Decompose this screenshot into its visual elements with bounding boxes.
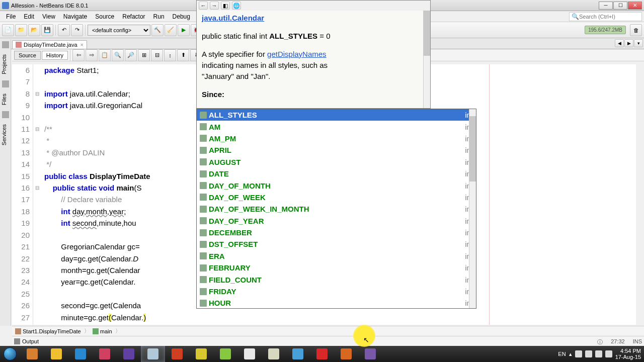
- fold-gutter[interactable]: ⊟⊟⊟: [33, 64, 41, 325]
- taskbar-app[interactable]: [165, 346, 189, 362]
- completion-item[interactable]: HOURint: [197, 297, 476, 309]
- ed-btn[interactable]: 🔍: [112, 49, 124, 61]
- taskbar-app[interactable]: [20, 346, 44, 362]
- minimize-button[interactable]: ─: [599, 2, 613, 10]
- menu-run[interactable]: Run: [149, 12, 169, 21]
- taskbar-app[interactable]: [141, 346, 165, 362]
- ed-btn[interactable]: ⬆: [177, 49, 189, 61]
- maximize-button[interactable]: ☐: [613, 2, 627, 10]
- menu-edit[interactable]: Edit: [20, 12, 38, 21]
- taskbar-app[interactable]: [286, 346, 310, 362]
- new-project-button[interactable]: 📁: [15, 24, 27, 36]
- source-view-button[interactable]: Source: [14, 51, 41, 60]
- file-tab[interactable]: DisplayTimeDate.java ×: [12, 40, 87, 49]
- completion-item[interactable]: AM_PMint: [197, 133, 476, 144]
- tray-icon[interactable]: [585, 350, 592, 357]
- close-button[interactable]: ✕: [628, 2, 642, 10]
- redo-button[interactable]: ↷: [71, 24, 83, 36]
- completion-item[interactable]: DATEint: [197, 168, 476, 179]
- open-button[interactable]: 📂: [28, 24, 40, 36]
- taskbar-app[interactable]: [189, 346, 213, 362]
- jd-back-button[interactable]: ←: [199, 2, 208, 10]
- menu-source[interactable]: Source: [91, 12, 118, 21]
- menu-debug[interactable]: Debug: [169, 12, 194, 21]
- code-completion-popup[interactable]: ALL_STYLESintAMintAM_PMintAPRILintAUGUST…: [196, 109, 476, 309]
- completion-item[interactable]: ERAint: [197, 250, 476, 262]
- menu-file[interactable]: File: [2, 12, 20, 21]
- tab-prev-button[interactable]: ◀: [615, 39, 624, 47]
- completion-item[interactable]: FEBRUARYint: [197, 262, 476, 274]
- completion-item[interactable]: ALL_STYLESint: [197, 109, 476, 121]
- tray-up-icon[interactable]: ▴: [569, 351, 572, 357]
- ed-btn[interactable]: ⊟: [151, 49, 163, 61]
- output-panel-header[interactable]: Output: [12, 336, 644, 346]
- taskbar-app[interactable]: [310, 346, 334, 362]
- build-button[interactable]: 🔨: [151, 24, 164, 36]
- completion-item[interactable]: DECEMBERint: [197, 227, 476, 238]
- ed-btn[interactable]: ⇨: [86, 49, 98, 61]
- javadoc-class-link[interactable]: java.util.Calendar: [202, 14, 264, 22]
- side-icon[interactable]: [2, 80, 9, 87]
- ed-btn[interactable]: 🔎: [125, 49, 137, 61]
- taskbar-app[interactable]: [93, 346, 117, 362]
- tab-close-icon[interactable]: ×: [80, 42, 84, 48]
- completion-scrollbar[interactable]: [469, 109, 476, 308]
- completion-item[interactable]: FIELD_COUNTint: [197, 274, 476, 285]
- completion-item[interactable]: DAY_OF_YEARint: [197, 215, 476, 227]
- files-tab[interactable]: Files: [0, 89, 8, 109]
- taskbar-app[interactable]: [334, 346, 358, 362]
- taskbar-app[interactable]: [44, 346, 68, 362]
- menu-refactor[interactable]: Refactor: [118, 12, 149, 21]
- new-file-button[interactable]: 📄: [2, 24, 14, 36]
- memory-indicator[interactable]: 195.6/247.2MB: [585, 26, 626, 34]
- ed-btn[interactable]: ⊞: [138, 49, 150, 61]
- completion-item[interactable]: DAY_OF_MONTHint: [197, 179, 476, 191]
- breadcrumb-class[interactable]: Start1.DisplayTimeDate: [12, 328, 84, 334]
- tray-clock[interactable]: 4:54 PM 17-Aug-15: [615, 348, 641, 360]
- tab-list-button[interactable]: ▾: [634, 39, 643, 47]
- taskbar-app[interactable]: [237, 346, 262, 362]
- side-icon[interactable]: [2, 111, 9, 118]
- completion-item[interactable]: AMint: [197, 121, 476, 132]
- taskbar-app[interactable]: [262, 346, 286, 362]
- taskbar-app[interactable]: [213, 346, 237, 362]
- projects-tab[interactable]: Projects: [0, 50, 8, 78]
- jd-forward-button[interactable]: →: [210, 2, 219, 10]
- taskbar-app[interactable]: [358, 346, 382, 362]
- menu-view[interactable]: View: [38, 12, 59, 21]
- clean-build-button[interactable]: 🧹: [165, 24, 177, 36]
- completion-item[interactable]: DST_OFFSETint: [197, 238, 476, 250]
- history-view-button[interactable]: History: [42, 51, 68, 60]
- jd-window-button[interactable]: ◧: [221, 2, 230, 10]
- javadoc-scrollbar[interactable]: [423, 11, 430, 108]
- ed-btn[interactable]: 📋: [99, 49, 111, 61]
- search-box[interactable]: 🔍: [569, 12, 642, 21]
- tab-next-button[interactable]: ▶: [624, 39, 633, 47]
- side-icon[interactable]: [2, 41, 9, 48]
- ed-btn[interactable]: ⇦: [72, 49, 85, 61]
- completion-item[interactable]: AUGUSTint: [197, 156, 476, 168]
- breadcrumb-method[interactable]: main: [90, 328, 115, 334]
- start-button[interactable]: [0, 346, 20, 362]
- gc-button[interactable]: 🗑: [630, 24, 642, 36]
- taskbar-app[interactable]: [117, 346, 141, 362]
- tray-icon[interactable]: [595, 350, 602, 357]
- undo-button[interactable]: ↶: [58, 24, 70, 36]
- menu-navigate[interactable]: Navigate: [59, 12, 91, 21]
- tray-icon[interactable]: [605, 350, 612, 357]
- completion-item[interactable]: DAY_OF_WEEKint: [197, 192, 476, 203]
- tray-lang[interactable]: EN: [558, 351, 566, 357]
- javadoc-method-link[interactable]: getDisplayNames: [267, 50, 327, 58]
- tray-icon[interactable]: [575, 350, 582, 357]
- taskbar-app[interactable]: [68, 346, 93, 362]
- services-tab[interactable]: Services: [0, 120, 8, 149]
- search-input[interactable]: [579, 14, 639, 20]
- completion-item[interactable]: FRIDAYint: [197, 286, 476, 297]
- ed-btn[interactable]: ↕: [164, 49, 176, 61]
- config-select[interactable]: <default config>: [88, 25, 150, 36]
- run-button[interactable]: ▶: [178, 24, 190, 36]
- completion-item[interactable]: APRILint: [197, 144, 476, 156]
- jd-browser-button[interactable]: 🌐: [232, 2, 241, 10]
- completion-item[interactable]: DAY_OF_WEEK_IN_MONTHint: [197, 203, 476, 215]
- save-all-button[interactable]: 💾: [41, 24, 53, 36]
